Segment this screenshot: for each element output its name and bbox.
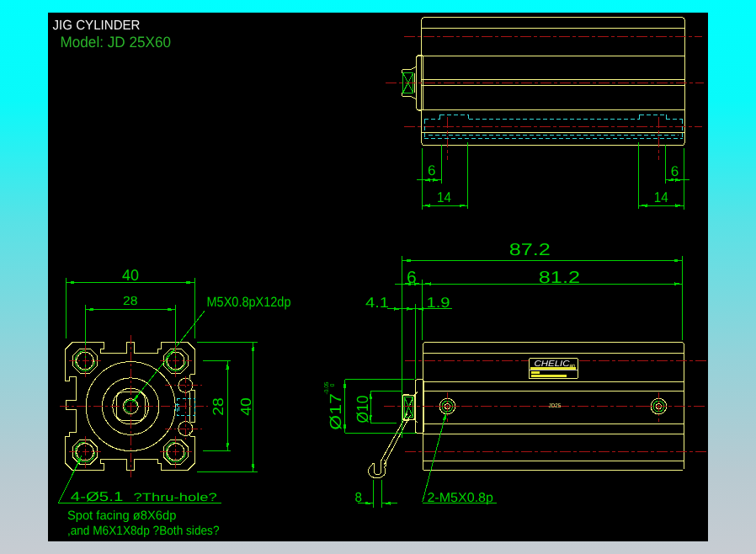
svg-text:Ø10: Ø10 (354, 396, 372, 423)
svg-text:Spot facing ø8X6dp: Spot facing ø8X6dp (67, 509, 177, 523)
svg-text:14: 14 (437, 189, 451, 205)
svg-text:M5X0.8pX12dp: M5X0.8pX12dp (207, 295, 291, 310)
svg-text:0: 0 (330, 383, 336, 386)
svg-text:JIG CYLINDER: JIG CYLINDER (53, 19, 141, 33)
svg-text:JD25: JD25 (549, 403, 562, 409)
svg-text:87.2: 87.2 (509, 241, 551, 259)
svg-text:6: 6 (407, 269, 417, 287)
svg-text:1.9: 1.9 (427, 295, 450, 311)
svg-text:?Thru-hole?: ?Thru-hole? (133, 491, 217, 503)
svg-text:2-M5X0.8p: 2-M5X0.8p (427, 491, 493, 505)
svg-text:,and M6X1X8dp ?Both sides?: ,and M6X1X8dp ?Both sides? (67, 524, 220, 538)
svg-text:28: 28 (210, 397, 226, 416)
svg-text:6: 6 (428, 162, 436, 178)
svg-text:40: 40 (237, 397, 254, 416)
svg-text:Ø17: Ø17 (327, 393, 345, 430)
svg-text:8: 8 (354, 491, 362, 505)
svg-text:4.1: 4.1 (365, 295, 389, 311)
svg-text:Model: JD 25X60: Model: JD 25X60 (61, 34, 172, 51)
svg-text:4-Ø5.1: 4-Ø5.1 (71, 490, 124, 504)
svg-text:-0.05: -0.05 (324, 381, 330, 394)
svg-text:14: 14 (654, 189, 668, 205)
svg-text:40: 40 (122, 266, 139, 284)
svg-text:81.2: 81.2 (539, 269, 580, 287)
svg-text:6: 6 (671, 163, 679, 179)
svg-text:28: 28 (123, 295, 138, 308)
